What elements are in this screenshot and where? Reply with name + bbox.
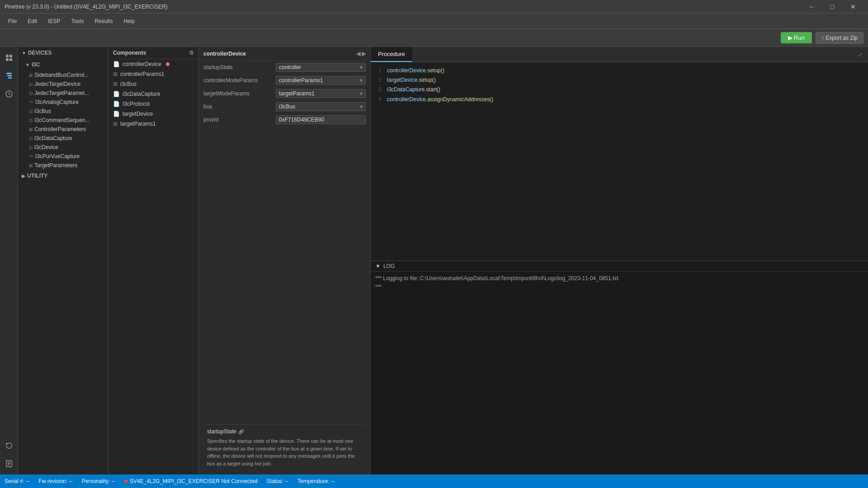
maximize-button[interactable]: □: [822, 0, 843, 14]
device-panel: ▼ DEVICES ▼ I3C ⊞ SidebandBusControl... …: [18, 47, 108, 474]
comp-target-params[interactable]: ⊞ targetParams1: [108, 119, 198, 129]
log-collapse-icon: ▼: [375, 263, 381, 269]
code-area: 1 controllerDevice.setup() 2 targetDevic…: [371, 62, 868, 261]
config-panel: controllerDevice ◀ ▶ startupState contro…: [199, 47, 371, 474]
doc-icon[interactable]: [2, 456, 16, 471]
svg-rect-5: [7, 75, 12, 76]
log-line-1: *** Logging to file: C:\Users\wuhailei\A…: [375, 274, 863, 283]
ctrl-mode-select[interactable]: controllerParams1 ▾: [276, 76, 366, 85]
comp-doc-icon-2: 📄: [113, 91, 120, 97]
config-nav-arrows[interactable]: ◀ ▶: [356, 51, 366, 57]
cmd-seq-icon: ⊡: [29, 118, 33, 123]
tree-item-target-params[interactable]: ⊞ TargetParameters: [18, 161, 108, 170]
comp-i3cbus[interactable]: ⊞ i3cBus: [108, 79, 198, 89]
tree-item-i3c-device[interactable]: ⊡ I3cDevice: [18, 143, 108, 152]
tree-item-i3c-capture[interactable]: ⊡ I3cDataCapture: [18, 134, 108, 143]
procedure-tabs: Procedure ⤢: [371, 47, 868, 62]
prop-target-mode-value[interactable]: targetParams1 ▾: [276, 89, 366, 98]
prop-provid: provId: [199, 113, 370, 127]
minimize-button[interactable]: −: [801, 0, 822, 14]
temp-status: Temperature: --: [297, 478, 335, 484]
tree-item-purview[interactable]: 〜 I3cPurVueCapture: [18, 152, 108, 161]
tree-item-cmd-seq[interactable]: ⊡ I3cCommandSequen...: [18, 116, 108, 125]
log-content: *** Logging to file: C:\Users\wuhailei\A…: [371, 272, 868, 475]
components-settings-icon[interactable]: ⚙: [189, 50, 194, 56]
menu-results[interactable]: Results: [90, 16, 117, 26]
comp-i3c-protocol[interactable]: 📄 I3cProtocol: [108, 99, 198, 109]
svg-rect-1: [9, 55, 12, 57]
startup-chevron-icon: ▾: [360, 64, 363, 70]
export-zip-button[interactable]: ↑ Export as Zip: [816, 32, 863, 44]
menu-tools[interactable]: Tools: [66, 16, 88, 26]
personality-status: Personality: --: [82, 478, 115, 484]
comp-grid-icon-3: ⊞: [113, 121, 118, 127]
sidebar-icons: [0, 47, 18, 474]
target-mode-select[interactable]: targetParams1 ▾: [276, 89, 366, 98]
analog-icon: 〜: [29, 99, 33, 105]
log-title: LOG: [383, 263, 395, 269]
comp-target-device[interactable]: 📄 targetDevice: [108, 109, 198, 119]
bus-select[interactable]: i3cBus ▾: [276, 102, 366, 111]
menu-iesp[interactable]: IESP: [43, 16, 65, 26]
jedec-target-icon: ⊡: [29, 82, 33, 87]
tree-item-jedec-target[interactable]: ⊡ JedecTargetDevice: [18, 80, 108, 89]
prop-startup-value[interactable]: controller ▾: [276, 63, 366, 72]
utility-header[interactable]: ▶ UTILITY: [18, 170, 108, 182]
jedec-target-label: JedecTargetDevice: [34, 81, 80, 87]
svg-rect-3: [9, 58, 12, 61]
purview-label: I3cPurVueCapture: [35, 153, 80, 160]
comp-controller-params[interactable]: ⊞ controllerParams1: [108, 69, 198, 79]
tree-icon[interactable]: [2, 69, 16, 83]
comp-i3c-capture[interactable]: 📄 i3cDataCapture: [108, 89, 198, 99]
info-box: startupState 🔗 Specifies the startup sta…: [203, 424, 366, 471]
config-title-bar: controllerDevice ◀ ▶: [199, 47, 370, 61]
history-icon[interactable]: [2, 87, 16, 101]
devices-header[interactable]: ▼ DEVICES: [18, 47, 108, 59]
devices-icon[interactable]: [2, 51, 16, 65]
run-button[interactable]: ▶ Run: [781, 32, 812, 43]
log-header[interactable]: ▼ LOG: [371, 261, 868, 272]
window-title: Pinetree (v 23.3.0) - Untitled (SV4E_4L2…: [5, 4, 801, 10]
i3cbus-label: I3cBus: [34, 108, 51, 114]
expand-icon[interactable]: ⤢: [856, 50, 864, 60]
status-label: Status: --: [267, 478, 289, 484]
info-title: startupState 🔗: [207, 428, 362, 435]
target-params-icon: ⊞: [29, 163, 33, 168]
tree-item-analog[interactable]: 〜 I3cAnalogCapture: [18, 98, 108, 107]
prop-provid-label: provId: [203, 117, 276, 123]
close-button[interactable]: ✕: [843, 0, 863, 14]
prop-provid-value[interactable]: [276, 115, 366, 124]
components-header: Components ⚙: [108, 47, 198, 59]
fw-status: Fw revision: --: [38, 478, 72, 484]
code-line-4: 4 controllerDevice.assignDynamicAddresse…: [371, 95, 868, 104]
comp-i3c-protocol-label: I3cProtocol: [123, 101, 150, 107]
procedure-panel: Procedure ⤢ 1 controllerDevice.setup() 2: [371, 47, 868, 261]
prop-bus-label: bus: [203, 103, 276, 110]
menu-file[interactable]: File: [4, 16, 21, 26]
i3c-group-header[interactable]: ▼ I3C: [18, 59, 108, 70]
comp-controller-device[interactable]: 📄 controllerDevice: [108, 59, 198, 69]
tree-item-i3cbus[interactable]: ⊡ I3cBus: [18, 107, 108, 116]
prop-target-mode: targetModeParams targetParams1 ▾: [199, 87, 370, 100]
prop-bus-value[interactable]: i3cBus ▾: [276, 102, 366, 111]
startup-select[interactable]: controller ▾: [276, 63, 366, 72]
menu-edit[interactable]: Edit: [23, 16, 42, 26]
refresh-icon[interactable]: [2, 438, 16, 453]
menu-help[interactable]: Help: [119, 16, 139, 26]
info-link-icon: 🔗: [238, 429, 244, 434]
prop-ctrl-mode-value[interactable]: controllerParams1 ▾: [276, 76, 366, 85]
tree-item-ctrl-params[interactable]: ⊞ ControllerParameters: [18, 125, 108, 134]
window-controls: − □ ✕: [801, 0, 863, 14]
components-panel: Components ⚙ 📄 controllerDevice ⊞ contro…: [108, 47, 199, 474]
tab-procedure[interactable]: Procedure: [371, 47, 412, 62]
line-code-2: targetDevice.setup(): [387, 76, 436, 84]
prop-target-mode-label: targetModeParams: [203, 90, 276, 97]
svg-rect-2: [6, 58, 9, 61]
tree-item-jedec-param[interactable]: ⊡ JedecTargetParamet...: [18, 89, 108, 98]
comp-target-params-label: targetParams1: [120, 121, 156, 127]
tree-item-sideband[interactable]: ⊞ SidebandBusControl...: [18, 70, 108, 80]
code-line-3: 3 i3cDataCapture.start(): [371, 85, 868, 94]
serial-label: Serial #: --: [5, 478, 29, 484]
provid-input[interactable]: [276, 115, 366, 124]
svg-rect-6: [8, 77, 12, 79]
